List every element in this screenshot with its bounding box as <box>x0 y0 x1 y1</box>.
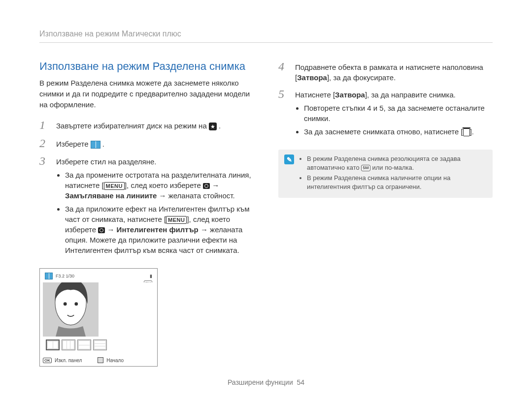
arrow: → <box>210 181 219 189</box>
ok-button-icon: OK <box>43 358 52 363</box>
layout-option[interactable] <box>46 339 60 350</box>
line-blur-label: Замъгляване на линиите <box>65 191 157 200</box>
camera-screen-preview: F3.2 1/30 ▮ 5M ESP ⊘ <box>39 268 158 367</box>
step-number: 2 <box>39 137 50 150</box>
menu-button-icon: MENU <box>104 182 125 190</box>
step-number: 4 <box>278 60 289 83</box>
info-note: ✎ В режим Разделена снимка резолюцията с… <box>278 150 493 198</box>
svg-point-2 <box>74 302 78 306</box>
step-1-text: Завъртете избирателният диск на режим на <box>56 122 209 130</box>
step-2-text-end: . <box>102 140 104 148</box>
layout-selector <box>43 337 154 354</box>
step-3-text: Изберете стил на разделяне. <box>56 157 156 166</box>
step-number: 3 <box>39 154 50 258</box>
layout-option[interactable] <box>77 339 91 350</box>
b1-c: → желаната стойност. <box>157 191 234 200</box>
battery-icon: ▮ <box>150 274 152 278</box>
home-icon <box>98 357 103 363</box>
step-5-b: ], за да направите снимка. <box>365 91 456 99</box>
shutter-label: Затвора <box>335 91 365 99</box>
preview-left-pane <box>43 282 99 337</box>
layout-option[interactable] <box>93 339 107 350</box>
camera-icon <box>203 183 210 189</box>
b2-a: За да заснемете снимката отново, натисне… <box>304 127 463 136</box>
step-3-bullet-2: За да приложите ефект на Интелигентен фи… <box>65 204 254 255</box>
camera-icon <box>98 227 105 233</box>
left-column: Използване на режим Разделена снимка В р… <box>39 60 254 367</box>
split-icon <box>45 273 53 279</box>
split-shot-icon <box>91 141 100 149</box>
preview-right-pane <box>99 282 154 337</box>
smart-filter-label: Интелигентен филтър <box>117 225 199 234</box>
trash-icon <box>463 128 470 136</box>
note1-b: или по-малка. <box>370 164 414 171</box>
step-5: 5 Натиснете [Затвора], за да направите с… <box>278 88 493 140</box>
step-5-a: Натиснете [ <box>295 91 335 99</box>
step-5-bullet-1: Повторете стъпки 4 и 5, за да заснемете … <box>304 103 493 123</box>
section-intro: В режим Разделена снимка можете да засне… <box>39 78 254 110</box>
resolution-5m-icon: 5M <box>361 165 370 171</box>
right-column: 4 Подравнете обекта в рамката и натиснет… <box>278 60 493 367</box>
note-item-1: В режим Разделена снимка резолюцията се … <box>307 154 487 172</box>
section-title: Използване на режим Разделена снимка <box>39 60 254 73</box>
step-4: 4 Подравнете обекта в рамката и натиснет… <box>278 60 493 83</box>
step-2-text: Изберете <box>56 140 91 148</box>
step-4-b: ], за да фокусирате. <box>327 73 396 82</box>
step-number: 5 <box>278 88 289 140</box>
b1-b: ], след което изберете <box>125 181 203 189</box>
step-3-bullets: За да промените остротата на разделителн… <box>56 170 254 255</box>
home-label: Начало <box>106 358 124 363</box>
step-3: 3 Изберете стил на разделяне. За да пром… <box>39 154 254 258</box>
step-1-text-end: . <box>219 122 221 130</box>
svg-point-1 <box>64 302 67 306</box>
layout-option[interactable] <box>62 339 75 350</box>
step-3-bullet-1: За да промените остротата на разделителн… <box>65 170 254 201</box>
shutter-label: Затвора <box>297 73 327 82</box>
step-5-bullet-2: За да заснемете снимката отново, натисне… <box>304 126 493 137</box>
step-5-bullets: Повторете стъпки 4 и 5, за да заснемете … <box>295 103 493 137</box>
header-breadcrumb: Използване на режим Магически плюс <box>39 30 493 43</box>
breadcrumb-text: Използване на режим Магически плюс <box>39 30 181 38</box>
exposure-text: F3.2 1/30 <box>56 274 74 278</box>
footer-section: Разширени функции <box>228 378 293 386</box>
menu-button-icon: MENU <box>166 216 187 224</box>
step-number: 1 <box>39 119 50 131</box>
step-1: 1 Завъртете избирателният диск на режим … <box>39 119 254 131</box>
footer-page-number: 54 <box>297 378 305 386</box>
mode-dial-icon: ★ <box>209 123 217 130</box>
arrow: → <box>105 225 116 234</box>
page-footer: Разширени функции 54 <box>0 378 532 386</box>
info-icon: ✎ <box>284 154 294 164</box>
b2-b: ]. <box>470 127 474 136</box>
note-item-2: В режим Разделена снимка наличните опции… <box>307 174 487 191</box>
ok-button-label: Изкл. панел <box>55 358 82 363</box>
step-2: 2 Изберете . <box>39 137 254 150</box>
